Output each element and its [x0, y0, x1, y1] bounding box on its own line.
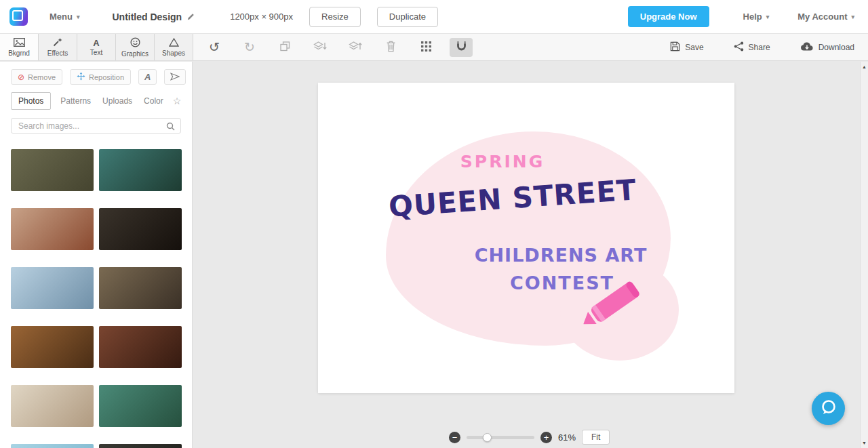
help-label: Help: [743, 12, 762, 22]
scroll-down-button[interactable]: ▼: [861, 441, 868, 445]
canvas-dimensions: 1200px × 900px: [230, 12, 293, 22]
send-backward-button[interactable]: [309, 38, 332, 57]
account-dropdown[interactable]: My Account ▾: [797, 12, 854, 22]
app-logo[interactable]: [9, 7, 28, 26]
tab-uploads[interactable]: Uploads: [100, 93, 134, 109]
photo-thumbnail[interactable]: [99, 149, 182, 191]
search-input[interactable]: [11, 118, 181, 134]
share-button[interactable]: Share: [734, 41, 770, 54]
move-icon: [77, 72, 85, 82]
photo-thumbnail[interactable]: [99, 385, 182, 427]
save-icon: [670, 41, 680, 54]
zoom-out-button[interactable]: −: [449, 432, 460, 443]
image-search: [11, 118, 181, 134]
photo-thumbnail[interactable]: [99, 208, 182, 250]
reposition-button[interactable]: Reposition: [70, 69, 131, 85]
zoom-slider[interactable]: [467, 436, 534, 439]
help-chat-button[interactable]: [812, 392, 845, 425]
top-bar: Menu ▾ Untitled Design 1200px × 900px Re…: [0, 0, 868, 34]
favorites-tab[interactable]: ☆: [173, 96, 182, 106]
photo-thumbnail[interactable]: [11, 326, 94, 368]
share-icon: [734, 41, 744, 54]
tab-label: Effects: [47, 49, 68, 57]
apply-button[interactable]: [164, 69, 186, 85]
design-editor-app: Menu ▾ Untitled Design 1200px × 900px Re…: [0, 0, 868, 448]
tab-patterns[interactable]: Patterns: [58, 93, 93, 109]
tab-graphics[interactable]: Graphics: [116, 34, 155, 60]
tab-effects[interactable]: Effects: [39, 34, 77, 60]
zoom-in-button[interactable]: +: [540, 432, 552, 443]
photo-thumbnail[interactable]: [99, 267, 182, 309]
chat-bubble-icon: [820, 399, 837, 418]
tab-photos[interactable]: Photos: [11, 92, 51, 110]
grid-button[interactable]: [414, 38, 437, 57]
grid-icon: [421, 41, 431, 54]
menu-label: Menu: [50, 12, 73, 22]
menu-dropdown[interactable]: Menu ▾: [50, 12, 79, 22]
file-actions: Save Share Download: [670, 34, 868, 60]
remove-label: Remove: [28, 73, 56, 81]
design-title-text: Untitled Design: [112, 12, 182, 22]
scroll-up-button[interactable]: ▲: [861, 64, 868, 69]
undo-button[interactable]: ↺: [203, 38, 226, 57]
tab-label: Text: [90, 49, 102, 56]
photo-thumbnail[interactable]: [11, 208, 94, 250]
remove-icon: ⊘: [18, 73, 24, 81]
help-dropdown[interactable]: Help ▾: [743, 12, 770, 22]
design-title[interactable]: Untitled Design: [112, 12, 195, 22]
zoom-controls: − + 61% Fit: [449, 429, 610, 445]
history-layer-tools: ↺ ↻: [203, 34, 473, 60]
background-panel: ⊘ Remove Reposition A Photos Patterns Up…: [0, 62, 193, 448]
photo-thumbnail[interactable]: [99, 326, 182, 368]
photo-thumbnail[interactable]: [11, 385, 94, 427]
photo-thumbnail[interactable]: [99, 444, 182, 448]
download-button[interactable]: Download: [800, 41, 854, 54]
download-label: Download: [818, 43, 854, 52]
smiley-icon: [130, 37, 140, 49]
search-icon: [166, 121, 175, 134]
chevron-down-icon: ▾: [766, 14, 770, 20]
photo-thumbnail[interactable]: [11, 444, 94, 448]
redo-icon: ↻: [244, 41, 255, 54]
pencil-icon[interactable]: [187, 12, 195, 22]
vertical-scrollbar[interactable]: ▲ ▼: [860, 62, 868, 448]
tab-label: Graphics: [121, 50, 149, 58]
resize-button[interactable]: Resize: [309, 7, 361, 27]
delete-button[interactable]: [379, 38, 402, 57]
design-text-childrens-art[interactable]: CHILDRENS ART: [475, 245, 648, 266]
duplicate-button[interactable]: Duplicate: [377, 7, 438, 27]
layer-down-icon: [313, 41, 327, 54]
magnet-button[interactable]: [450, 38, 473, 57]
remove-button[interactable]: ⊘ Remove: [11, 69, 62, 85]
image-icon: [14, 38, 25, 48]
wand-icon: [53, 37, 62, 48]
redo-button[interactable]: ↻: [238, 38, 261, 57]
bring-forward-button[interactable]: [344, 38, 367, 57]
photo-thumbnail[interactable]: [11, 149, 94, 191]
share-label: Share: [749, 43, 770, 52]
editor-toolbar: Bkgrnd Effects A Text Graphics Shapes ↺ …: [0, 34, 868, 61]
upgrade-button[interactable]: Upgrade Now: [628, 6, 709, 27]
trash-icon: [386, 41, 396, 54]
save-button[interactable]: Save: [670, 41, 703, 54]
layer-up-icon: [349, 41, 362, 54]
canvas-workspace: SPRING QUEEN STREET CHILDRENS ART CONTES…: [193, 62, 860, 448]
paper-plane-icon: [170, 73, 180, 82]
copy-button[interactable]: [273, 38, 296, 57]
tab-text[interactable]: A Text: [77, 34, 116, 60]
zoom-slider-handle[interactable]: [483, 433, 492, 442]
letter-a-icon: A: [93, 39, 99, 47]
photo-grid: [11, 149, 181, 448]
tab-shapes[interactable]: Shapes: [155, 34, 193, 60]
flip-button[interactable]: A: [138, 69, 157, 85]
design-text-spring[interactable]: SPRING: [460, 152, 545, 171]
design-text-contest[interactable]: CONTEST: [510, 272, 614, 293]
photo-thumbnail[interactable]: [11, 267, 94, 309]
save-label: Save: [685, 43, 703, 52]
star-icon: ☆: [173, 96, 182, 106]
design-canvas[interactable]: SPRING QUEEN STREET CHILDRENS ART CONTES…: [318, 83, 734, 393]
tab-color[interactable]: Color: [142, 93, 165, 109]
fit-button[interactable]: Fit: [582, 430, 610, 445]
source-tabs: Photos Patterns Uploads Color ☆: [11, 92, 181, 110]
tab-background[interactable]: Bkgrnd: [0, 34, 39, 60]
